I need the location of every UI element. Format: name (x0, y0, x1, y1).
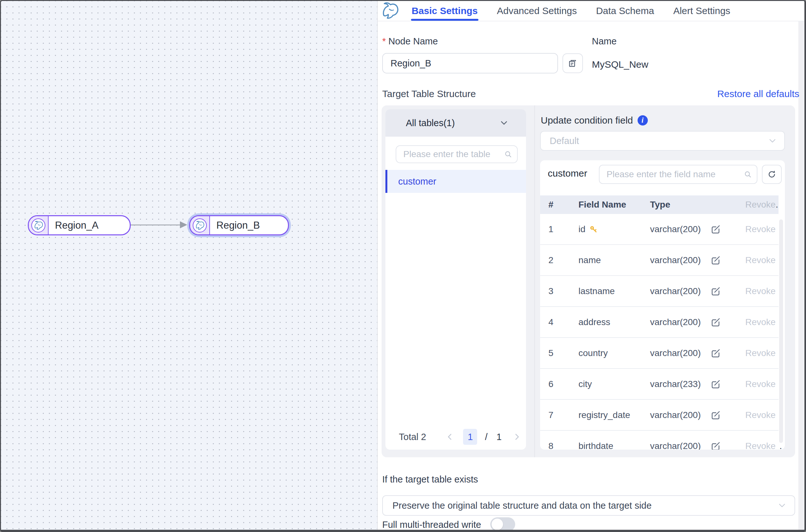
field-name: country (579, 348, 608, 358)
tabs: Basic SettingsAdvanced SettingsData Sche… (411, 1, 730, 21)
pagination-total: Total 2 (399, 432, 426, 442)
revoke-link[interactable]: Revoke. (745, 255, 782, 265)
pagination-separator: / (485, 432, 488, 442)
node-region-a[interactable]: Region_A (28, 215, 131, 235)
field-row-name: 2namevarchar(200)Revoke. (540, 245, 778, 276)
table-search-input[interactable] (396, 149, 504, 159)
edit-type-button[interactable] (711, 348, 720, 358)
field-type: varchar(200) (650, 224, 701, 234)
edit-type-button[interactable] (711, 286, 720, 296)
field-row-address: 4addressvarchar(200)Revoke. (540, 307, 778, 338)
revoke-link[interactable]: Revoke. (745, 441, 782, 450)
search-icon (504, 150, 512, 158)
edit-type-button[interactable] (711, 379, 720, 389)
field-name: birthdate (579, 441, 613, 450)
tab-alert-settings[interactable]: Alert Settings (673, 1, 730, 21)
edit-icon[interactable] (711, 441, 720, 450)
edit-icon[interactable] (711, 286, 720, 296)
edit-icon[interactable] (711, 379, 720, 389)
revoke-link[interactable]: Revoke. (745, 224, 782, 234)
node-name-label: *Node Name (382, 36, 438, 46)
revoke-link[interactable]: Revoke. (745, 317, 782, 327)
field-index: 8 (548, 441, 553, 450)
field-row-country: 5countryvarchar(200)Revoke. (540, 338, 778, 369)
panel-inner-divider (534, 106, 535, 457)
table-list-item[interactable]: customer (385, 170, 526, 193)
info-icon[interactable]: i (638, 115, 648, 126)
edit-icon[interactable] (711, 348, 720, 358)
table-scrollbar-thumb[interactable] (779, 220, 783, 443)
field-name: registry_date (579, 410, 630, 420)
field-index: 6 (548, 379, 553, 389)
field-search-box (599, 165, 757, 184)
node-region-b[interactable]: Region_B (189, 215, 289, 235)
edit-icon[interactable] (711, 225, 720, 234)
field-index: 7 (548, 410, 553, 420)
pipeline-canvas[interactable]: Region_A Region_B (1, 1, 377, 530)
tab-basic-settings[interactable]: Basic Settings (411, 1, 478, 21)
target-table-exists-select[interactable]: Preserve the original table structure an… (382, 495, 795, 516)
restore-all-defaults-link[interactable]: Restore all defaults (717, 89, 799, 99)
edit-icon[interactable] (711, 410, 720, 420)
field-type: varchar(200) (650, 348, 701, 358)
pagination-next-icon[interactable] (513, 433, 521, 441)
settings-panel: Basic SettingsAdvanced SettingsData Sche… (378, 1, 804, 530)
field-index: 3 (548, 286, 553, 296)
revoke-link[interactable]: Revoke. (745, 410, 782, 420)
tables-list-card: All tables(1) customer Total 2 1 / 1 (385, 109, 526, 450)
condition-placeholder: Default (550, 136, 768, 146)
field-row-birthdate: 8birthdatevarchar(200)Revoke. (540, 431, 778, 450)
copy-button[interactable] (563, 53, 583, 73)
node-icon-section (29, 216, 49, 234)
field-row-city: 6cityvarchar(233)Revoke. (540, 369, 778, 400)
app-window: Region_A Region_B Basic SettingsAdvanced… (0, 0, 806, 532)
tab-data-schema[interactable]: Data Schema (596, 1, 654, 21)
column-field-name: Field Name (579, 200, 626, 210)
target-table-exists-label: If the target table exists (382, 474, 478, 484)
field-name: city (579, 379, 592, 389)
all-tables-label: All tables(1) (406, 118, 500, 128)
mysql-node-icon (193, 218, 207, 232)
revoke-link[interactable]: Revoke. (745, 286, 782, 296)
edit-type-button[interactable] (711, 410, 720, 420)
revoke-link[interactable]: Revoke. (745, 379, 782, 389)
field-row-lastname: 3lastnamevarchar(200)Revoke. (540, 276, 778, 307)
all-tables-dropdown[interactable]: All tables(1) (385, 109, 526, 137)
node-name-input[interactable] (382, 53, 558, 73)
field-name: name (579, 255, 601, 265)
primary-key-icon (589, 225, 598, 233)
field-index: 1 (548, 224, 553, 234)
column-revoke: Revoke. (745, 200, 778, 210)
field-type: varchar(200) (650, 410, 701, 420)
mysql-node-icon (31, 218, 45, 232)
update-condition-select[interactable]: Default (540, 131, 785, 151)
multithread-label: Full multi-threaded write (382, 519, 481, 530)
refresh-button[interactable] (762, 165, 782, 184)
mysql-logo-icon (381, 2, 399, 20)
edit-type-button[interactable] (711, 318, 720, 327)
revoke-link[interactable]: Revoke. (745, 348, 782, 358)
tab-advanced-settings[interactable]: Advanced Settings (497, 1, 577, 21)
copy-icon (568, 58, 578, 68)
multithread-toggle[interactable] (490, 517, 515, 531)
node-label: Region_A (49, 216, 98, 234)
edit-icon[interactable] (711, 255, 720, 265)
refresh-icon (767, 170, 776, 179)
edit-type-button[interactable] (711, 255, 720, 265)
field-type: varchar(233) (650, 379, 701, 389)
fields-table-card: customer # Field Name Type (540, 160, 785, 450)
edit-icon[interactable] (711, 318, 720, 327)
table-search-box (396, 145, 518, 163)
target-table-panel: All tables(1) customer Total 2 1 / 1 (382, 106, 795, 457)
target-table-structure-title: Target Table Structure (382, 89, 476, 99)
edit-type-button[interactable] (711, 441, 720, 450)
edge-arrowhead-icon (180, 221, 187, 228)
selected-table-name: customer (548, 168, 587, 179)
field-name: id (579, 224, 598, 234)
pagination-prev-icon[interactable] (446, 433, 454, 441)
toggle-knob (492, 518, 503, 530)
chevron-down-icon (768, 137, 776, 145)
field-search-input[interactable] (600, 169, 744, 179)
edit-type-button[interactable] (711, 225, 720, 234)
pagination-current-page[interactable]: 1 (463, 429, 477, 445)
